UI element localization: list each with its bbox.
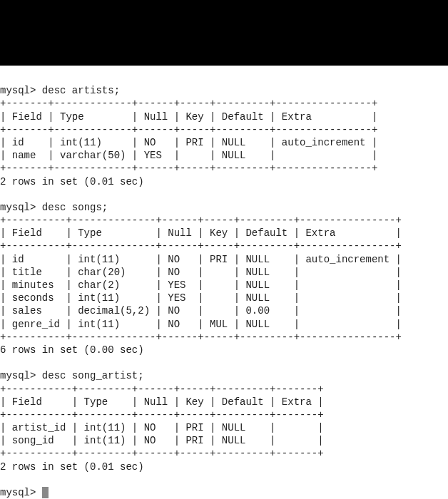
table-row: | seconds | int(11) | YES | | NULL | | — [0, 292, 402, 304]
table-border: +----------+--------------+------+-----+… — [0, 331, 402, 343]
prompt[interactable]: mysql> — [0, 487, 36, 498]
table-row: | name | varchar(50) | YES | | NULL | | — [0, 150, 377, 161]
table-row: | id | int(11) | NO | PRI | NULL | auto_… — [0, 254, 402, 265]
prompt: mysql> — [0, 85, 36, 96]
table-border: +----------+--------------+------+-----+… — [0, 215, 402, 226]
table-row: | minutes | char(2) | YES | | NULL | | — [0, 279, 402, 291]
table-row: | artist_id | int(11) | NO | PRI | NULL … — [0, 422, 324, 433]
table-border: +-----------+---------+------+-----+----… — [0, 409, 324, 421]
title-bar-black — [0, 0, 448, 66]
table-header: | Field | Type | Null | Key | Default | … — [0, 111, 377, 123]
command: desc songs; — [42, 202, 108, 213]
prompt: mysql> — [0, 202, 36, 213]
table-border: +-----------+---------+------+-----+----… — [0, 448, 324, 459]
cursor[interactable] — [42, 487, 49, 498]
table-header: | Field | Type | Null | Key | Default | … — [0, 396, 324, 408]
status-line: 2 rows in set (0.01 sec) — [0, 176, 144, 187]
status-line: 6 rows in set (0.00 sec) — [0, 344, 144, 356]
terminal-output: mysql> desc artists; +-------+----------… — [0, 66, 448, 499]
prompt: mysql> — [0, 370, 36, 381]
command: desc artists; — [42, 85, 120, 96]
table-border: +----------+--------------+------+-----+… — [0, 240, 402, 252]
table-border: +-------+-------------+------+-----+----… — [0, 98, 377, 109]
table-border: +-------+-------------+------+-----+----… — [0, 163, 377, 174]
table-row: | genre_id | int(11) | NO | MUL | NULL |… — [0, 319, 402, 330]
status-line: 2 rows in set (0.01 sec) — [0, 461, 144, 473]
table-row: | song_id | int(11) | NO | PRI | NULL | … — [0, 435, 324, 446]
command: desc song_artist; — [42, 370, 144, 381]
table-header: | Field | Type | Null | Key | Default | … — [0, 227, 402, 239]
table-row: | id | int(11) | NO | PRI | NULL | auto_… — [0, 137, 377, 148]
table-border: +-------+-------------+------+-----+----… — [0, 124, 377, 135]
table-row: | title | char(20) | NO | | NULL | | — [0, 267, 402, 278]
table-border: +-----------+---------+------+-----+----… — [0, 384, 324, 395]
table-row: | sales | decimal(5,2) | NO | | 0.00 | | — [0, 305, 402, 317]
